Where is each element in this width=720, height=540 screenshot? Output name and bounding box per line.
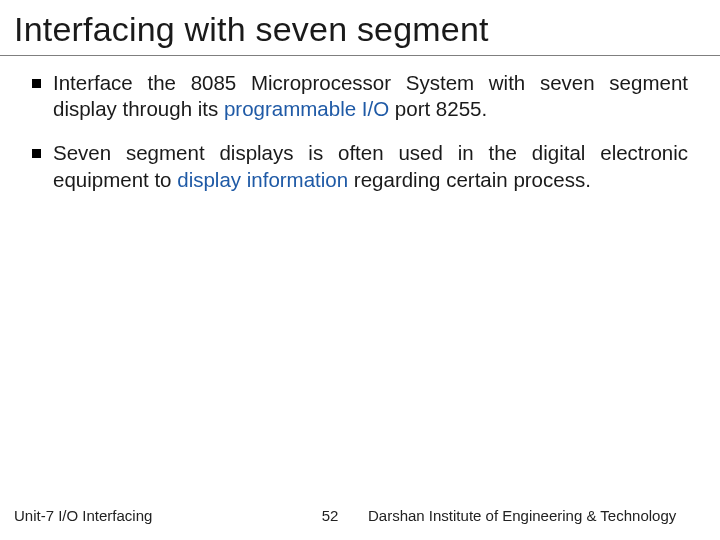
bullet-item: Seven segment displays is often used in … (32, 140, 688, 192)
slide-footer: Unit-7 I/O Interfacing 52 Darshan Instit… (0, 500, 720, 530)
footer-unit: Unit-7 I/O Interfacing (0, 507, 310, 524)
bullet-item: Interface the 8085 Microprocessor System… (32, 70, 688, 122)
slide: Interfacing with seven segment Interface… (0, 0, 720, 540)
text-run: port 8255. (389, 97, 487, 120)
text-run: regarding certain process. (348, 168, 591, 191)
slide-title: Interfacing with seven segment (0, 0, 720, 56)
keyword-text: programmable I/O (224, 97, 389, 120)
bullet-text: Interface the 8085 Microprocessor System… (53, 70, 688, 122)
bullet-text: Seven segment displays is often used in … (53, 140, 688, 192)
footer-page-number: 52 (310, 507, 350, 524)
slide-body: Interface the 8085 Microprocessor System… (0, 56, 720, 193)
square-bullet-icon (32, 79, 41, 88)
keyword-text: display information (177, 168, 348, 191)
square-bullet-icon (32, 149, 41, 158)
footer-institute: Darshan Institute of Engineering & Techn… (350, 507, 720, 524)
